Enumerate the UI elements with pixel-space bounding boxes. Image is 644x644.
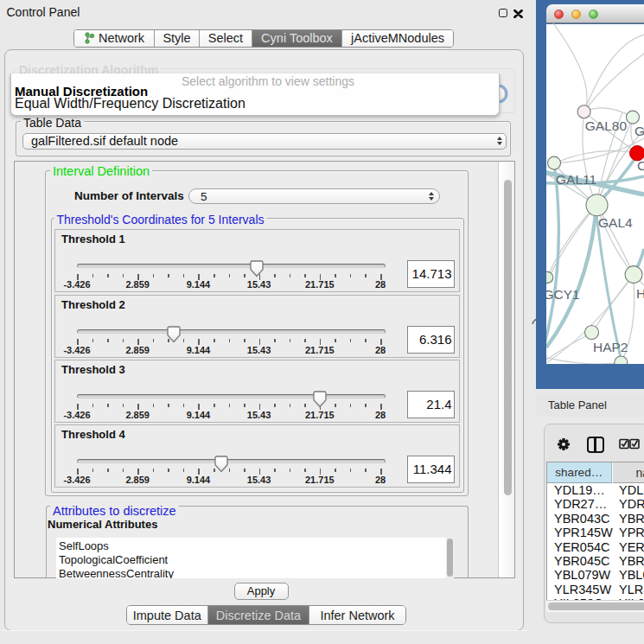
svg-text:GA: GA [634, 124, 644, 138]
svg-text:GCY1: GCY1 [546, 287, 580, 302]
svg-text:H: H [636, 286, 644, 301]
svg-text:GAL11: GAL11 [556, 172, 596, 187]
svg-text:HAP2: HAP2 [593, 340, 628, 354]
svg-text:GAL80: GAL80 [585, 118, 628, 133]
svg-text:GAL4: GAL4 [598, 215, 633, 230]
svg-text:C: C [637, 158, 644, 173]
